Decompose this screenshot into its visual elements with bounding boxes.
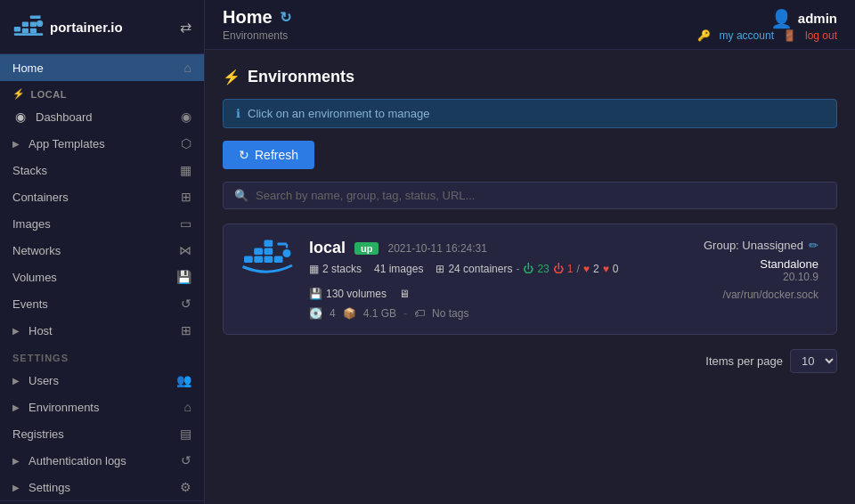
sidebar-item-images[interactable]: Images ▭ (0, 210, 204, 237)
sidebar-item-home[interactable]: Home ⌂ (0, 54, 204, 81)
socket-path: /var/run/docker.sock (723, 289, 818, 301)
host-arrow: ▶ (12, 326, 20, 336)
settings-arrow: ▶ (12, 483, 20, 492)
standalone-badge: Standalone 20.10.9 (760, 257, 818, 283)
main-panel: Home ↻ Environments 👤 admin 🔑 my account… (205, 0, 855, 504)
volumes-icon: 💾 (176, 270, 191, 284)
info-icon: ℹ (236, 107, 240, 120)
sidebar-logo[interactable]: portainer.io (12, 11, 123, 43)
disk-size-icon: 📦 (343, 307, 356, 320)
sidebar-item-auth-logs[interactable]: ▶ Authentication logs ↺ (0, 447, 204, 474)
containers-stat: ⊞ 24 containers - ⏻ 23 ⏻ 1 / ♥ 2 ♥ 0 (436, 263, 618, 275)
info-bar: ℹ Click on an environment to manage (223, 99, 837, 128)
sidebar-item-environments[interactable]: ▶ Environments ⌂ (0, 394, 204, 420)
sidebar-item-dashboard-label: Dashboard (36, 110, 174, 124)
environments-header-icon: ⚡ (223, 69, 240, 85)
pagination-row: Items per page 10 25 50 (223, 349, 837, 373)
key-icon: 🔑 (697, 29, 711, 42)
admin-section: 👤 admin (770, 8, 837, 29)
meta-separator: - (403, 307, 407, 320)
env-right: Group: Unassigned ✏ Standalone 20.10.9 /… (704, 239, 818, 301)
svg-rect-5 (14, 33, 43, 36)
host-icon: ⊞ (181, 323, 191, 337)
sidebar-logo-text: portainer.io (50, 20, 123, 35)
settings-section-label: SETTINGS (0, 344, 204, 367)
containers-icon: ⊞ (436, 263, 444, 275)
env-stats: ▦ 2 stacks 41 images ⊞ 24 containers - ⏻… (309, 263, 689, 300)
standalone-version: 20.10.9 (760, 271, 818, 283)
stacks-stat: ▦ 2 stacks (309, 263, 362, 275)
svg-rect-2 (30, 22, 37, 27)
items-per-page-label: Items per page (705, 354, 783, 368)
logout-icon: 🚪 (783, 29, 796, 42)
sidebar-item-containers-label: Containers (12, 191, 174, 204)
sidebar-item-images-label: Images (12, 217, 173, 231)
svg-rect-1 (22, 22, 28, 27)
sidebar-item-app-templates[interactable]: ▶ App Templates ⬡ (0, 130, 204, 157)
sidebar-item-settings[interactable]: ▶ Settings ⚙ (0, 474, 204, 500)
sidebar-item-users[interactable]: ▶ Users 👥 (0, 367, 204, 394)
disk-icon: 💽 (309, 307, 322, 320)
sidebar-item-networks-label: Networks (12, 244, 172, 257)
content-area: ⚡ Environments ℹ Click on an environment… (205, 50, 855, 504)
standalone-text: Standalone (760, 257, 818, 271)
sidebar-item-registries[interactable]: Registries ▤ (0, 420, 204, 447)
sidebar-item-stacks[interactable]: Stacks ▦ (0, 157, 204, 183)
svg-rect-14 (244, 256, 253, 264)
sidebar: portainer.io ⇄ Home ⌂ ⚡ LOCAL ◉ Dashboar… (0, 0, 205, 504)
environment-card[interactable]: local up 2021-10-11 16:24:31 ▦ 2 stacks … (223, 224, 837, 335)
edit-group-icon[interactable]: ✏ (809, 239, 818, 252)
env-status-badge: up (354, 242, 379, 255)
stacks-icon: ▦ (180, 163, 191, 177)
transfer-icon[interactable]: ⇄ (180, 19, 191, 36)
disk-size: 4.1 GB (363, 307, 396, 320)
sidebar-item-networks[interactable]: Networks ⋈ (0, 237, 204, 264)
app-templates-arrow: ▶ (12, 139, 20, 149)
sidebar-item-events[interactable]: Events ↺ (0, 290, 204, 317)
sidebar-item-stacks-label: Stacks (12, 164, 173, 177)
auth-logs-arrow: ▶ (12, 456, 20, 466)
sidebar-item-home-label: Home (12, 61, 177, 75)
volumes-stat: 💾 130 volumes (309, 288, 387, 300)
sidebar-item-containers[interactable]: Containers ⊞ (0, 183, 204, 210)
svg-rect-18 (265, 256, 273, 264)
topbar-right: 👤 admin 🔑 my account 🚪 log out (697, 8, 837, 42)
items-per-page-select[interactable]: 10 25 50 (790, 349, 837, 373)
logout-link[interactable]: log out (805, 29, 837, 42)
sidebar-item-dashboard[interactable]: ◉ Dashboard ◉ (0, 103, 204, 130)
sidebar-item-settings-label: Settings (28, 481, 173, 494)
portainer-logo-icon (12, 11, 45, 43)
stopped-value: 1 (567, 263, 574, 275)
sidebar-item-volumes[interactable]: Volumes 💾 (0, 264, 204, 290)
sidebar-item-events-label: Events (12, 297, 174, 311)
images-stat: 41 images (374, 263, 423, 275)
environments-icon: ⌂ (184, 400, 191, 414)
svg-point-6 (37, 20, 43, 27)
svg-rect-23 (278, 243, 288, 246)
no-tags: No tags (432, 307, 468, 320)
topbar-refresh-icon[interactable]: ↻ (280, 9, 291, 26)
separator2: / (576, 263, 579, 275)
healthy-icon2: ♥ (603, 263, 609, 275)
volumes-value: 130 volumes (326, 288, 387, 300)
search-bar: 🔍 (223, 182, 837, 209)
unhealthy-value: 0 (613, 263, 619, 275)
sidebar-item-host[interactable]: ▶ Host ⊞ (0, 317, 204, 344)
refresh-btn-label: Refresh (255, 148, 298, 162)
group-label: Group: Unassigned ✏ (704, 239, 818, 252)
search-input[interactable] (256, 189, 826, 202)
users-icon: 👥 (176, 373, 191, 387)
healthy-value: 2 (593, 263, 599, 275)
env-date: 2021-10-11 16:24:31 (387, 242, 486, 255)
svg-rect-15 (254, 248, 263, 256)
my-account-link[interactable]: my account (720, 29, 774, 42)
svg-rect-16 (265, 248, 273, 256)
images-stat-value: 41 images (374, 263, 423, 275)
env-name[interactable]: local (309, 239, 346, 257)
sidebar-item-app-templates-label: App Templates (28, 137, 174, 150)
desktop-icon-stat: 🖥 (399, 288, 410, 300)
group-text: Group: Unassigned (704, 239, 803, 252)
refresh-button[interactable]: ↻ Refresh (223, 141, 314, 169)
sidebar-item-host-label: Host (28, 324, 174, 337)
environments-arrow: ▶ (12, 402, 20, 412)
